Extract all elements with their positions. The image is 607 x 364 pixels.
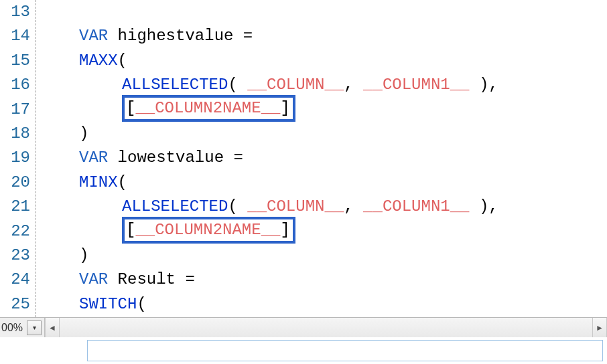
zoom-control[interactable]: 00% ▾ <box>0 318 45 337</box>
code-line[interactable]: VAR Result = <box>42 268 607 292</box>
code-token: VAR <box>79 24 118 48</box>
code-token: , <box>344 195 363 219</box>
code-line[interactable]: MINX( <box>42 171 607 195</box>
code-area[interactable]: VAR highestvalue =MAXX(ALLSELECTED( __CO… <box>36 0 607 317</box>
code-token: ( <box>137 292 146 316</box>
line-number: 19 <box>0 146 30 170</box>
code-line[interactable]: VAR lowestvalue = <box>42 146 607 170</box>
zoom-value: 00% <box>0 322 27 334</box>
editor-footer: 00% ▾ ◄ ► <box>0 317 607 337</box>
code-token: , <box>344 73 363 97</box>
code-token: Result <box>118 268 186 292</box>
line-number: 22 <box>0 219 30 244</box>
code-token: MINX <box>79 171 118 195</box>
code-token: ALLSELECTED <box>122 73 228 97</box>
scroll-right-button[interactable]: ► <box>592 318 607 337</box>
line-number: 15 <box>0 49 30 73</box>
code-token: ] <box>280 96 289 120</box>
bottom-strip <box>0 337 607 364</box>
code-token: __COLUMN2NAME__ <box>135 96 280 120</box>
line-number: 17 <box>0 98 30 122</box>
code-token: ALLSELECTED <box>122 195 228 219</box>
code-token: __COLUMN__ <box>247 195 344 219</box>
line-number: 13 <box>0 0 30 24</box>
code-line[interactable] <box>42 0 607 24</box>
code-token: ( <box>228 73 247 97</box>
scroll-left-button[interactable]: ◄ <box>45 318 60 337</box>
code-token: SWITCH <box>79 292 137 316</box>
horizontal-scrollbar[interactable]: ◄ ► <box>45 318 607 337</box>
code-token: __COLUMN1__ <box>363 73 469 97</box>
code-editor[interactable]: 13141516171819202122232425 VAR highestva… <box>0 0 607 317</box>
highlight-box: [__COLUMN2NAME__] <box>122 217 295 244</box>
bottom-input-outline <box>87 340 603 361</box>
code-token: ) <box>79 244 88 268</box>
code-line[interactable]: ) <box>42 122 607 146</box>
code-token: __COLUMN2NAME__ <box>135 218 280 242</box>
line-number: 23 <box>0 244 30 268</box>
code-token: ), <box>470 195 498 219</box>
code-token: ( <box>228 195 247 219</box>
code-token: ( <box>118 49 127 73</box>
code-token: ] <box>280 218 289 242</box>
line-number: 14 <box>0 24 30 48</box>
code-line[interactable]: VAR highestvalue = <box>42 24 607 48</box>
code-token: VAR <box>79 268 118 292</box>
code-token: = <box>243 24 253 48</box>
line-number-gutter: 13141516171819202122232425 <box>0 0 36 317</box>
code-line[interactable]: MAXX( <box>42 49 607 73</box>
code-line[interactable]: ALLSELECTED( __COLUMN__, __COLUMN1__ ), <box>42 73 607 97</box>
code-token: lowestvalue <box>118 146 234 170</box>
line-number: 16 <box>0 73 30 97</box>
line-number: 18 <box>0 122 30 146</box>
code-line[interactable]: ) <box>42 244 607 268</box>
code-token: ( <box>118 171 127 195</box>
code-line[interactable]: SWITCH( <box>42 292 607 316</box>
line-number: 20 <box>0 171 30 195</box>
highlight-box: [__COLUMN2NAME__] <box>122 95 295 122</box>
code-line[interactable]: [__COLUMN2NAME__] <box>42 98 607 122</box>
line-number: 25 <box>0 292 30 316</box>
code-line[interactable]: [__COLUMN2NAME__] <box>42 219 607 244</box>
line-number: 24 <box>0 268 30 292</box>
code-line[interactable]: ALLSELECTED( __COLUMN__, __COLUMN1__ ), <box>42 195 607 219</box>
code-token: = <box>233 146 243 170</box>
code-token: highestvalue <box>118 24 243 48</box>
code-token: = <box>185 268 194 292</box>
code-token: [ <box>126 96 135 120</box>
code-token: __COLUMN__ <box>247 73 344 97</box>
code-token: ) <box>79 122 88 146</box>
line-number: 21 <box>0 195 30 219</box>
code-token: [ <box>126 218 135 242</box>
code-token: VAR <box>79 146 118 170</box>
code-token: __COLUMN1__ <box>363 195 469 219</box>
code-token: ), <box>470 73 498 97</box>
code-token: MAXX <box>79 49 118 73</box>
zoom-dropdown-button[interactable]: ▾ <box>27 321 42 335</box>
